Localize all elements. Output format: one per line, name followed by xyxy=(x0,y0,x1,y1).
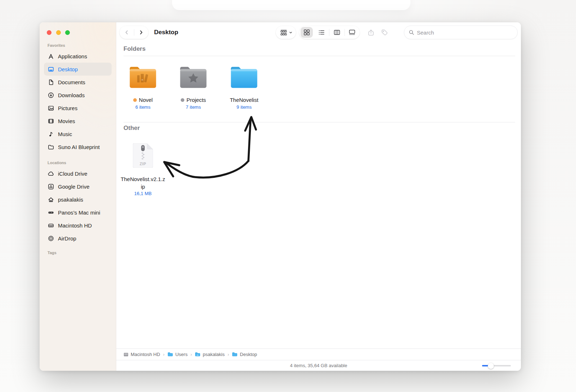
sidebar-item-label: Music xyxy=(58,131,72,137)
file-size: 16,1 MB xyxy=(118,191,168,196)
sidebar-item-label: iCloud Drive xyxy=(58,171,87,177)
drive-icon xyxy=(123,352,129,357)
sidebar-section-title-tags: Tags xyxy=(48,251,112,255)
tag-icon xyxy=(381,29,388,36)
sidebar-item-label: psakalakis xyxy=(58,197,83,203)
column-view-button[interactable] xyxy=(329,26,345,39)
svg-text:ZIP: ZIP xyxy=(140,162,146,166)
sidebar-item-macintosh-hd[interactable]: Macintosh HD xyxy=(44,219,112,232)
folder-name: Projects xyxy=(168,96,219,104)
breadcrumb-users[interactable]: Users xyxy=(167,352,188,357)
sidebar-item-label: Desktop xyxy=(58,66,78,72)
sidebar-item-icloud-drive[interactable]: iCloud Drive xyxy=(44,167,112,180)
close-button[interactable] xyxy=(47,30,51,35)
section-divider xyxy=(123,56,515,56)
chevron-down-icon xyxy=(289,31,292,34)
hand-drawn-arrow-annotation xyxy=(152,109,267,188)
sidebar-item-movies[interactable]: Movies xyxy=(44,114,112,127)
breadcrumb-desktop[interactable]: Desktop xyxy=(232,352,257,357)
nav-divider xyxy=(134,29,134,36)
icon-view-button[interactable] xyxy=(299,26,314,39)
mac-mini-icon xyxy=(47,209,55,216)
share-button[interactable] xyxy=(364,26,378,39)
group-by-button[interactable] xyxy=(276,26,296,39)
search-field[interactable] xyxy=(404,26,518,39)
back-button[interactable] xyxy=(120,26,134,39)
chevron-left-icon xyxy=(124,30,130,35)
document-icon xyxy=(47,79,55,85)
sidebar-item-panos-mac-mini[interactable]: Panos’s Mac mini xyxy=(44,206,112,219)
traffic-lights xyxy=(47,30,70,35)
desktop-icon xyxy=(47,66,55,72)
share-icon xyxy=(367,29,375,36)
sidebar-item-airdrop[interactable]: AirDrop xyxy=(44,232,112,245)
tag-button[interactable] xyxy=(378,26,391,39)
tag-dot-gray xyxy=(181,98,184,102)
folder-icon xyxy=(167,352,173,357)
status-bar: 4 items, 35,64 GB available xyxy=(116,360,521,371)
home-icon xyxy=(47,197,55,203)
slider-knob[interactable] xyxy=(488,363,494,369)
file-item-zip[interactable]: ZIP TheNovelist.v2.1.zip 16,1 MB xyxy=(118,143,168,196)
sidebar: Favorites Applications Desktop Documents… xyxy=(40,22,116,371)
sidebar-item-label: Applications xyxy=(58,53,87,59)
applications-icon xyxy=(47,53,55,59)
hard-drive-icon xyxy=(47,222,55,229)
download-icon xyxy=(47,92,55,98)
finder-window: Favorites Applications Desktop Documents… xyxy=(40,22,521,371)
gallery-view-icon xyxy=(348,29,356,36)
icon-view-icon xyxy=(303,29,310,36)
sidebar-item-label: Google Drive xyxy=(58,184,90,190)
sidebar-item-music[interactable]: Music xyxy=(44,127,112,140)
path-bar: Macintosh HD › Users › psakalakis › Desk… xyxy=(116,348,521,360)
search-input[interactable] xyxy=(417,30,513,36)
file-name: TheNovelist.v2.1.zip xyxy=(120,176,166,190)
folder-icon-gray xyxy=(168,66,219,89)
breadcrumb-separator: › xyxy=(163,352,165,357)
cloud-icon xyxy=(47,171,55,177)
gallery-view-button[interactable] xyxy=(345,26,360,39)
pictures-icon xyxy=(47,105,55,111)
folder-icon-orange xyxy=(118,66,168,89)
icon-size-slider[interactable] xyxy=(482,365,511,366)
sidebar-item-label: Pictures xyxy=(58,105,77,111)
sidebar-item-label: Movies xyxy=(58,118,75,124)
folder-item-count: 6 items xyxy=(118,104,168,111)
folder-item-projects[interactable]: Projects 7 items xyxy=(168,66,219,111)
sidebar-section-title-favorites: Favorites xyxy=(48,43,112,48)
nav-buttons xyxy=(120,26,148,39)
folder-item-count: 9 items xyxy=(219,104,269,111)
minimize-button[interactable] xyxy=(56,30,61,35)
sidebar-item-label: AirDrop xyxy=(58,235,76,242)
movies-icon xyxy=(47,118,55,124)
folder-item-novel[interactable]: Novel 6 items xyxy=(118,66,168,111)
background-window-edge xyxy=(172,0,410,10)
sidebar-item-label: Macintosh HD xyxy=(58,222,92,229)
fullscreen-button[interactable] xyxy=(65,30,70,35)
breadcrumb-psakalakis[interactable]: psakalakis xyxy=(195,352,225,357)
tag-dot-orange xyxy=(133,98,137,102)
sidebar-item-applications[interactable]: Applications xyxy=(44,50,112,63)
group-by-icon xyxy=(280,28,288,36)
list-view-button[interactable] xyxy=(314,26,329,39)
airdrop-icon xyxy=(47,235,55,242)
sidebar-item-documents[interactable]: Documents xyxy=(44,76,112,89)
search-icon xyxy=(409,30,414,35)
folder-item-thenovelist[interactable]: TheNovelist 9 items xyxy=(219,66,269,111)
google-drive-icon xyxy=(47,184,55,190)
forward-button[interactable] xyxy=(134,26,148,39)
sidebar-item-pictures[interactable]: Pictures xyxy=(44,102,112,114)
zip-file-icon: ZIP xyxy=(118,143,168,168)
folder-name: Novel xyxy=(118,96,168,104)
sidebar-item-desktop[interactable]: Desktop xyxy=(44,63,112,76)
sidebar-item-downloads[interactable]: Downloads xyxy=(44,89,112,102)
sidebar-item-label: Downloads xyxy=(58,92,85,98)
sidebar-item-google-drive[interactable]: Google Drive xyxy=(44,180,112,193)
list-view-icon xyxy=(318,29,325,36)
column-view-icon xyxy=(333,29,341,36)
sidebar-item-suno-ai-blueprint[interactable]: Suno AI Blueprint xyxy=(44,140,112,153)
breadcrumb-macintosh-hd[interactable]: Macintosh HD xyxy=(123,352,160,357)
chevron-right-icon xyxy=(138,30,144,35)
section-title-folders: Folders xyxy=(123,45,145,53)
sidebar-item-psakalakis[interactable]: psakalakis xyxy=(44,193,112,206)
